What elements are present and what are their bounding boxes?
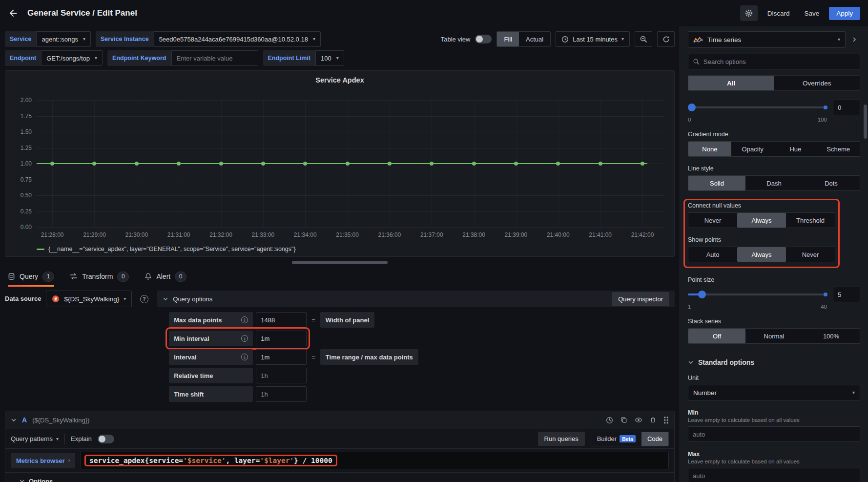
query-options-header[interactable]: Query options Query inspector [157, 291, 675, 307]
option-fill[interactable]: Fill [497, 32, 519, 46]
horizontal-scrollbar[interactable] [292, 261, 388, 264]
option-label: Relative time [169, 368, 253, 383]
max-data-points-input[interactable]: 1488 [256, 312, 307, 328]
y-axis-tick: 1.00 [10, 160, 32, 167]
time-series-viz-icon [693, 37, 703, 43]
datasource-picker[interactable]: ${DS_SkyWalking} ▾ [46, 291, 132, 307]
interval-input[interactable]: 1m [256, 349, 307, 365]
option-always[interactable]: Always [737, 213, 786, 228]
tab-query[interactable]: Query 1 [8, 266, 54, 287]
option-dots[interactable]: Dots [803, 176, 860, 190]
expression-token: , layer= [226, 457, 260, 464]
tab-overrides[interactable]: Overrides [774, 76, 860, 90]
panel-settings-button[interactable] [740, 5, 758, 21]
option-never[interactable]: Never [786, 247, 835, 262]
time-series-plot: 2.001.751.501.251.000.750.500.250.0021:2… [37, 100, 664, 227]
x-axis-tick: 21:31:00 [167, 231, 190, 238]
endpoint-limit-value[interactable]: 100▾ [315, 50, 344, 66]
max-helper-text: Leave empty to calculate based on all va… [688, 459, 860, 464]
query-a-header: A (${DS_SkyWalking}) [5, 411, 674, 429]
point-size-value[interactable]: 5 [833, 287, 860, 302]
min-interval-input[interactable]: 1m [256, 331, 307, 346]
topbar-actions: Discard Save Apply [740, 5, 860, 21]
option-solid[interactable]: Solid [688, 176, 745, 190]
back-button[interactable] [8, 8, 19, 19]
sidebar-scrollbar[interactable] [864, 105, 867, 139]
chevron-down-icon: ▾ [83, 37, 85, 42]
query-expression-editor[interactable]: service_apdex{service='$service', layer=… [80, 452, 669, 469]
table-view-toggle[interactable] [475, 35, 492, 43]
fill-opacity-slider[interactable] [688, 103, 827, 112]
y-axis-tick: 0.50 [10, 192, 32, 199]
option-never[interactable]: Never [688, 213, 737, 228]
service-variable-value[interactable]: agent::songs▾ [36, 31, 90, 47]
option-scheme[interactable]: Scheme [817, 142, 860, 156]
info-icon: i [241, 354, 248, 360]
standard-options-header[interactable]: Standard options [688, 358, 860, 366]
endpoint-variable-value[interactable]: GET:/songs/top▾ [41, 50, 103, 66]
point-size-label: Point size [688, 276, 860, 283]
endpoint-keyword-input[interactable] [172, 55, 258, 62]
tab-transform[interactable]: Transform 0 [70, 266, 129, 287]
relative-time-input[interactable]: 1h [256, 368, 307, 383]
arrow-left-icon [8, 8, 19, 19]
collapse-pane-button[interactable] [848, 37, 860, 42]
option-threshold[interactable]: Threshold [786, 213, 835, 228]
panel-options-sidebar: Time series ▾ All Overrides 0 0 100 [680, 26, 868, 482]
explain-toggle[interactable] [98, 435, 114, 443]
zoom-out-button[interactable] [635, 31, 652, 47]
code-mode-option[interactable]: Code [641, 432, 668, 446]
slider-handle[interactable] [688, 104, 696, 111]
query-options-collapse[interactable]: Options [5, 473, 674, 482]
option-opacity[interactable]: Opacity [731, 142, 774, 156]
option-hue[interactable]: Hue [774, 142, 817, 156]
option-dash[interactable]: Dash [745, 176, 803, 190]
service-instance-variable-value[interactable]: 5eed0e5758a244aca6e7699415d360aa@10.52.0… [154, 31, 321, 47]
save-button[interactable]: Save [799, 7, 824, 20]
chart-legend[interactable]: {__name__="service_apdex", layer="GENERA… [37, 246, 296, 252]
x-axis-tick: 21:30:00 [125, 231, 148, 238]
query-inspector-button[interactable]: Query inspector [612, 292, 669, 306]
slider-handle[interactable] [698, 291, 706, 298]
time-shift-input[interactable]: 1h [256, 386, 307, 402]
unit-select[interactable]: Number ▾ [688, 385, 860, 400]
data-point [219, 162, 223, 166]
discard-button[interactable]: Discard [763, 7, 795, 20]
fill-opacity-value[interactable]: 0 [833, 100, 860, 115]
option-off[interactable]: Off [688, 329, 745, 343]
drag-handle[interactable] [663, 416, 669, 424]
visualization-picker[interactable]: Time series ▾ [688, 31, 846, 48]
query-card-a: A (${DS_SkyWalking}) Query patterns ▾ Ex… [5, 411, 675, 482]
duplicate-query-icon[interactable] [620, 417, 627, 423]
endpoint-variable-label: Endpoint [5, 50, 41, 66]
refresh-button[interactable] [657, 31, 675, 47]
point-size-slider[interactable] [688, 290, 827, 299]
min-input[interactable] [688, 426, 860, 442]
query-toolbar: Query patterns ▾ Explain Run queries Bui… [5, 429, 674, 449]
option-normal[interactable]: Normal [745, 329, 803, 343]
run-queries-button[interactable]: Run queries [538, 432, 585, 446]
time-range-picker[interactable]: Last 15 minutes ▾ [556, 31, 630, 47]
chevron-down-icon [19, 478, 25, 482]
builder-mode-option[interactable]: Builder Beta [591, 432, 641, 446]
chevron-down-icon: ▾ [124, 296, 126, 301]
option-actual[interactable]: Actual [519, 32, 550, 46]
option-auto[interactable]: Auto [688, 247, 737, 262]
x-axis-tick: 21:36:00 [378, 231, 401, 238]
query-option-row: Max data pointsi1488=Width of panel [169, 312, 675, 328]
option-always[interactable]: Always [737, 247, 786, 262]
hide-query-icon[interactable] [635, 416, 642, 424]
datasource-help-button[interactable]: ? [137, 291, 151, 307]
options-search-input[interactable] [703, 58, 855, 65]
query-history-icon[interactable] [606, 417, 613, 424]
tab-all[interactable]: All [688, 76, 774, 90]
chevron-down-icon[interactable] [11, 417, 17, 423]
query-patterns-button[interactable]: Query patterns ▾ [11, 435, 59, 442]
option-none[interactable]: None [688, 142, 731, 156]
metrics-browser-button[interactable]: Metrics browser › [11, 453, 75, 468]
option-100-[interactable]: 100% [803, 329, 860, 343]
apply-button[interactable]: Apply [829, 7, 860, 20]
tab-alert[interactable]: Alert 0 [145, 266, 186, 287]
delete-query-icon[interactable] [650, 417, 656, 423]
max-input[interactable] [688, 468, 860, 482]
